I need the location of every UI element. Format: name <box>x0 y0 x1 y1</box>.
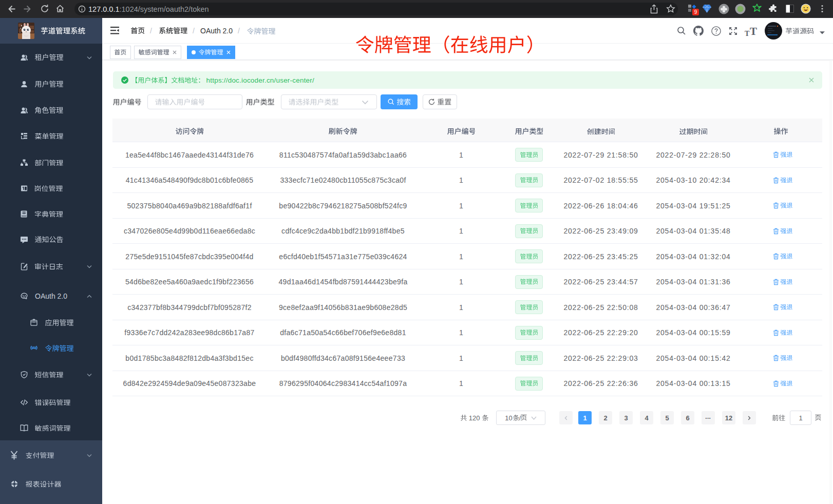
svg-text:A: A <box>33 346 35 350</box>
